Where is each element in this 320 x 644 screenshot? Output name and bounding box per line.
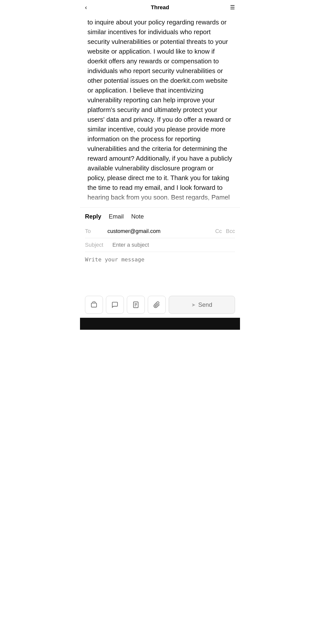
doc-icon — [132, 301, 139, 308]
reply-tabs: Reply Email Note — [80, 207, 240, 224]
paperclip-icon — [153, 301, 160, 308]
toolbar: ➤ Send — [80, 292, 240, 318]
send-icon: ➤ — [191, 302, 196, 308]
to-label: To — [85, 228, 107, 234]
compose-area: To customer@gmail.com Cc Bcc Subject — [80, 224, 240, 292]
page-title: Thread — [151, 4, 169, 11]
cc-bcc-area: Cc Bcc — [215, 228, 235, 234]
send-button[interactable]: ➤ Send — [169, 296, 235, 314]
to-value[interactable]: customer@gmail.com — [107, 228, 215, 234]
svg-rect-0 — [91, 303, 97, 307]
message-area — [85, 252, 235, 292]
subject-row: Subject — [85, 238, 235, 252]
tab-reply[interactable]: Reply — [85, 212, 101, 221]
chat-icon — [111, 301, 118, 308]
send-label: Send — [198, 301, 212, 308]
cc-button[interactable]: Cc — [215, 228, 222, 234]
cart-button[interactable] — [85, 296, 103, 314]
subject-input[interactable] — [112, 242, 235, 248]
subject-label: Subject — [85, 242, 112, 248]
cart-icon — [90, 301, 97, 308]
bcc-button[interactable]: Bcc — [226, 228, 235, 234]
message-body: to inquire about your policy regarding r… — [80, 15, 240, 207]
message-body-container: to inquire about your policy regarding r… — [80, 15, 240, 207]
to-row: To customer@gmail.com Cc Bcc — [85, 224, 235, 238]
tab-note[interactable]: Note — [131, 212, 144, 221]
bottom-bar — [80, 318, 240, 330]
attachment-button[interactable] — [148, 296, 166, 314]
chat-button[interactable] — [106, 296, 124, 314]
tab-email[interactable]: Email — [109, 212, 124, 221]
back-button[interactable]: ‹ — [85, 4, 95, 11]
doc-button[interactable] — [127, 296, 145, 314]
menu-button[interactable]: ☰ — [225, 4, 235, 11]
message-input[interactable] — [85, 256, 235, 286]
header: ‹ Thread ☰ — [80, 0, 240, 15]
